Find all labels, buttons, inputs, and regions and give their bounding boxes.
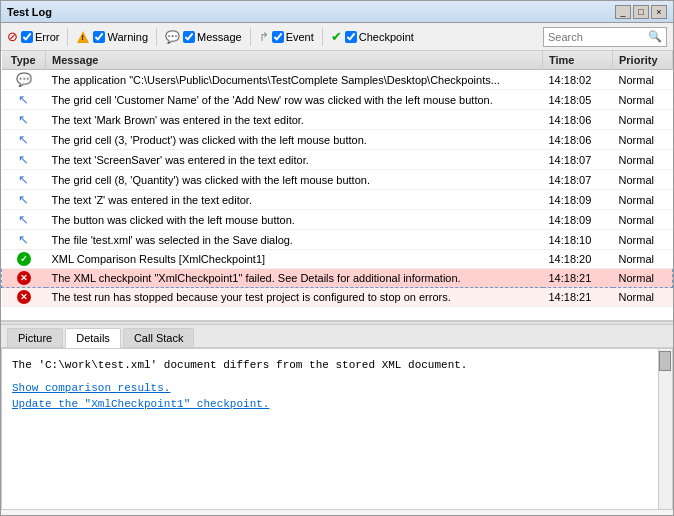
checkpoint-checkbox[interactable] [345, 31, 357, 43]
message-filter[interactable]: 💬 Message [165, 30, 242, 44]
table-header-row: Type Message Time Priority [2, 51, 673, 70]
mouse-cursor-icon: ↖ [18, 152, 29, 167]
row-priority-cell: Normal [613, 70, 673, 90]
error-filter[interactable]: ⊘ Error [7, 29, 59, 44]
bottom-section: Picture Details Call Stack The 'C:\work\… [1, 325, 673, 510]
col-message-header: Message [46, 51, 543, 70]
search-icon[interactable]: 🔍 [648, 30, 662, 43]
maximize-button[interactable]: □ [633, 5, 649, 19]
row-type-cell: ✓ [2, 250, 46, 269]
checkpoint-pass-icon: ✓ [17, 252, 31, 266]
checkpoint-label: Checkpoint [359, 31, 414, 43]
mouse-cursor-icon: ↖ [18, 92, 29, 107]
table-row[interactable]: ↖The button was clicked with the left mo… [2, 210, 673, 230]
row-time-cell: 14:18:02 [543, 70, 613, 90]
row-time-cell: 14:18:05 [543, 90, 613, 110]
event-filter[interactable]: ↱ Event [259, 30, 314, 44]
scrollbar-thumb[interactable] [659, 351, 671, 371]
minimize-button[interactable]: _ [615, 5, 631, 19]
sep3 [250, 28, 251, 46]
warning-icon: ! [76, 30, 90, 44]
event-checkbox[interactable] [272, 31, 284, 43]
event-label: Event [286, 31, 314, 43]
error-checkbox-label[interactable]: Error [21, 31, 59, 43]
details-text: The 'C:\work\test.xml' document differs … [12, 357, 652, 374]
show-comparison-link[interactable]: Show comparison results. [12, 382, 652, 394]
row-message-cell: The file 'test.xml' was selected in the … [46, 230, 543, 250]
tab-content-details: The 'C:\work\test.xml' document differs … [1, 348, 673, 510]
search-input[interactable] [548, 31, 648, 43]
row-time-cell: 14:18:07 [543, 170, 613, 190]
error-label: Error [35, 31, 59, 43]
row-message-cell: The text 'Mark Brown' was entered in the… [46, 110, 543, 130]
row-priority-cell: Normal [613, 288, 673, 307]
table-row[interactable]: ✕The XML checkpoint "XmlCheckpoint1" fai… [2, 269, 673, 288]
table-row[interactable]: ✕The test run has stopped because your t… [2, 288, 673, 307]
row-type-cell: ✕ [2, 269, 46, 288]
col-type-header: Type [2, 51, 46, 70]
event-icon: ↱ [259, 30, 269, 44]
table-row[interactable]: ↖The text 'Z' was entered in the text ed… [2, 190, 673, 210]
row-message-cell: The button was clicked with the left mou… [46, 210, 543, 230]
row-message-cell: The text 'Z' was entered in the text edi… [46, 190, 543, 210]
table-row[interactable]: ↖The text 'Mark Brown' was entered in th… [2, 110, 673, 130]
title-bar: Test Log _ □ × [1, 1, 673, 23]
tab-details[interactable]: Details [65, 328, 121, 348]
row-type-cell: ↖ [2, 110, 46, 130]
checkpoint-checkbox-label[interactable]: Checkpoint [345, 31, 414, 43]
table-row[interactable]: ↖The file 'test.xml' was selected in the… [2, 230, 673, 250]
main-window: Test Log _ □ × ⊘ Error ! Warning [0, 0, 674, 516]
row-type-cell: ↖ [2, 230, 46, 250]
table-row[interactable]: ✓XML Comparison Results [XmlCheckpoint1]… [2, 250, 673, 269]
error-icon: ⊘ [7, 29, 18, 44]
scrollbar-track[interactable] [658, 349, 672, 509]
row-message-cell: The grid cell 'Customer Name' of the 'Ad… [46, 90, 543, 110]
row-priority-cell: Normal [613, 150, 673, 170]
log-table: Type Message Time Priority 💬The applicat… [1, 51, 673, 307]
log-table-container[interactable]: Type Message Time Priority 💬The applicat… [1, 51, 673, 321]
row-time-cell: 14:18:20 [543, 250, 613, 269]
warning-checkbox-label[interactable]: Warning [93, 31, 148, 43]
search-box[interactable]: 🔍 [543, 27, 667, 47]
table-row[interactable]: ↖The grid cell (8, 'Quantity') was click… [2, 170, 673, 190]
checkpoint-filter[interactable]: ✔ Checkpoint [331, 29, 414, 44]
table-row[interactable]: ↖The text 'ScreenSaver' was entered in t… [2, 150, 673, 170]
mouse-cursor-icon: ↖ [18, 192, 29, 207]
row-type-cell: ↖ [2, 170, 46, 190]
row-time-cell: 14:18:07 [543, 150, 613, 170]
mouse-cursor-icon: ↖ [18, 112, 29, 127]
row-type-cell: ↖ [2, 130, 46, 150]
close-button[interactable]: × [651, 5, 667, 19]
warning-label: Warning [107, 31, 148, 43]
row-type-cell: ↖ [2, 210, 46, 230]
error-checkbox[interactable] [21, 31, 33, 43]
row-time-cell: 14:18:21 [543, 288, 613, 307]
warning-checkbox[interactable] [93, 31, 105, 43]
sep2 [156, 28, 157, 46]
window-title: Test Log [7, 6, 52, 18]
table-row[interactable]: ↖The grid cell 'Customer Name' of the 'A… [2, 90, 673, 110]
update-checkpoint-link[interactable]: Update the "XmlCheckpoint1" checkpoint. [12, 398, 652, 410]
mouse-cursor-icon: ↖ [18, 232, 29, 247]
row-time-cell: 14:18:09 [543, 210, 613, 230]
row-priority-cell: Normal [613, 190, 673, 210]
message-label: Message [197, 31, 242, 43]
row-time-cell: 14:18:21 [543, 269, 613, 288]
table-row[interactable]: 💬The application "C:\Users\Public\Docume… [2, 70, 673, 90]
row-priority-cell: Normal [613, 269, 673, 288]
event-checkbox-label[interactable]: Event [272, 31, 314, 43]
mouse-cursor-icon: ↖ [18, 132, 29, 147]
comment-icon: 💬 [16, 72, 32, 87]
message-checkbox-label[interactable]: Message [183, 31, 242, 43]
sep1 [67, 28, 68, 46]
tab-picture[interactable]: Picture [7, 328, 63, 347]
row-type-cell: 💬 [2, 70, 46, 90]
row-priority-cell: Normal [613, 250, 673, 269]
row-time-cell: 14:18:10 [543, 230, 613, 250]
message-checkbox[interactable] [183, 31, 195, 43]
checkpoint-icon: ✔ [331, 29, 342, 44]
table-row[interactable]: ↖The grid cell (3, 'Product') was clicke… [2, 130, 673, 150]
warning-filter[interactable]: ! Warning [76, 30, 148, 44]
error-circle-icon: ✕ [17, 271, 31, 285]
tab-call-stack[interactable]: Call Stack [123, 328, 195, 347]
